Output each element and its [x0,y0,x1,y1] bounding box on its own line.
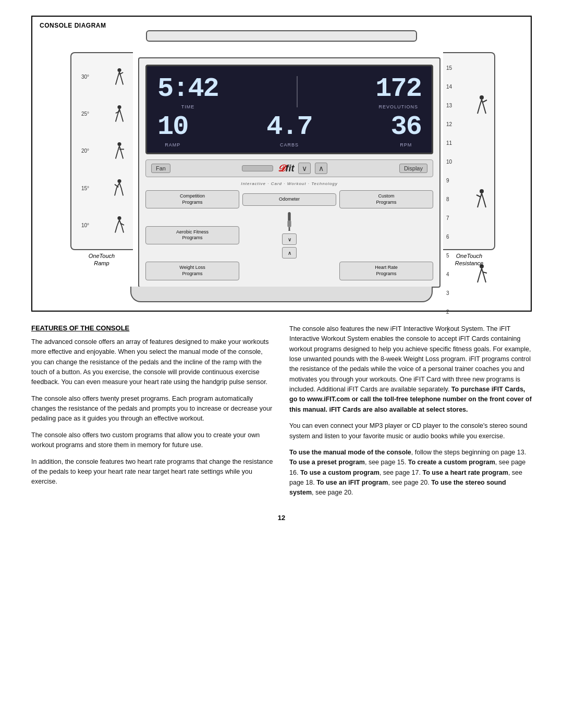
nav-up-button[interactable]: ∧ [282,247,297,258]
resistance-figure-1 [472,321,491,340]
ramp-label: RAMP [165,142,180,147]
console-bottom [130,287,433,302]
svg-rect-30 [288,212,290,221]
resistance-row-11: 11 [446,133,491,152]
svg-line-28 [122,226,124,233]
display-button[interactable]: Display [399,164,427,173]
up-arrow-button[interactable]: ∧ [315,163,327,174]
ifit-logo-i: 𝒟 [277,163,285,174]
p12-bold: To use an iFIT program [316,479,388,486]
svg-line-22 [121,188,124,195]
resistance-figure-10 [472,152,491,171]
resistance-num-1: 1 [446,328,456,334]
page-number: 12 [31,514,532,522]
onetouch-resistance-label: OneTouch Resistance [455,252,483,267]
rpm-value: 36 [391,112,421,142]
svg-point-24 [117,216,121,220]
svg-line-3 [116,78,118,84]
aerobic-fitness-programs-button[interactable]: Aerobic FitnessPrograms [145,226,239,244]
resistance-num-13: 13 [446,103,456,108]
resistance-figure-13 [472,96,491,115]
features-heading: FEATURES OF THE CONSOLE [31,324,274,332]
resistance-row-8: 8 [446,190,491,208]
display-col-revolutions: 172 REVOLUTIONS [375,73,421,109]
resistance-row-2: 2 [446,302,491,321]
svg-line-50 [484,275,486,282]
paragraph-2: The console also offers twenty preset pr… [31,394,274,424]
resistance-figure-3 [472,283,491,302]
resistance-row-6: 6 [446,227,491,246]
fan-button[interactable]: Fan [151,164,170,173]
custom-programs-button[interactable]: CustomPrograms [339,190,433,208]
svg-point-6 [117,105,121,109]
display-col-carbs: 4.7 CARBS [266,112,312,147]
ifit-subtitle: Interactive · Card · Workout · Technolog… [145,181,433,186]
svg-line-42 [482,193,484,200]
left-text: FEATURES OF THE CONSOLE The advanced con… [31,324,274,504]
svg-line-35 [480,100,482,106]
resistance-num-9: 9 [446,178,456,183]
heart-rate-programs-button[interactable]: Heart RatePrograms [339,262,433,280]
resistance-figure-2 [472,302,491,321]
resistance-row-7: 7 [446,208,491,227]
svg-line-21 [115,188,117,195]
time-label: TIME [181,104,195,109]
display-separator-1 [297,76,298,107]
p11-bold: To use a heart rate program [422,469,508,476]
weight-loss-programs-button[interactable]: Weight LossPrograms [145,262,239,280]
ramp-degree-30: 30° [75,74,89,80]
svg-line-9 [116,115,118,122]
p7-bold: To use the manual mode of the console [289,449,411,456]
resistance-figure-9 [472,171,491,190]
console-body: 30° [41,42,522,288]
nav-arrows: ∨ ∧ [282,233,297,258]
svg-rect-31 [287,221,291,228]
ifit-logo: 𝒟fit [277,163,294,174]
audio-jack [282,212,297,231]
competition-programs-button[interactable]: CompetitionPrograms [145,190,239,208]
ramp-figure-20 [109,141,130,162]
resistance-num-3: 3 [446,290,456,296]
svg-line-25 [117,220,120,226]
resistance-num-10: 10 [446,159,456,165]
ramp-row-25: 25° [75,104,130,125]
resistance-figure-8 [472,190,491,208]
card-slot[interactable] [242,165,273,171]
resistance-num-14: 14 [446,84,456,90]
console-top-bar [146,30,417,42]
resistance-row-4: 4 [446,265,491,283]
display-area: 5:42 TIME 172 REVOLUTIONS 10 [145,65,433,154]
right-panel-inner: 15 14 13 [443,52,495,250]
svg-line-39 [483,100,487,102]
paragraph-4: In addition, the console features two he… [31,457,274,487]
p8-rest: , see page 15. [365,459,406,466]
onetouch-ramp-label: OneTouch Ramp [89,252,115,267]
svg-line-37 [478,106,480,114]
resistance-num-15: 15 [446,65,456,71]
ramp-row-30: 30° [75,67,130,88]
resistance-figure-12 [472,115,491,133]
svg-line-1 [117,72,119,78]
svg-line-45 [476,195,481,197]
connector-cell: ∨ ∧ [242,212,336,258]
resistance-num-6: 6 [446,234,456,240]
odometer-button[interactable]: Odometer [242,193,336,206]
svg-line-38 [484,106,486,114]
svg-line-27 [115,226,117,233]
rpm-label: RPM [400,142,412,147]
svg-line-16 [121,152,124,159]
svg-line-20 [119,183,121,188]
p7-rest: , follow the steps beginning on page 13. [411,449,526,456]
nav-down-button[interactable]: ∨ [282,233,297,245]
svg-line-44 [484,200,486,207]
console-diagram-label: CONSOLE DIAGRAM [40,22,106,29]
ramp-degree-15: 15° [75,186,89,191]
carbs-value: 4.7 [266,112,312,142]
ramp-figure-30 [109,67,130,88]
down-arrow-button[interactable]: ∨ [298,163,311,174]
ramp-degree-20: 20° [75,148,89,154]
paragraph-5-text: The console also features the new iFIT I… [289,325,531,393]
paragraph-5: The console also features the new iFIT I… [289,324,532,415]
resistance-row-13: 13 [446,96,491,115]
resistance-figure-4 [472,265,491,283]
